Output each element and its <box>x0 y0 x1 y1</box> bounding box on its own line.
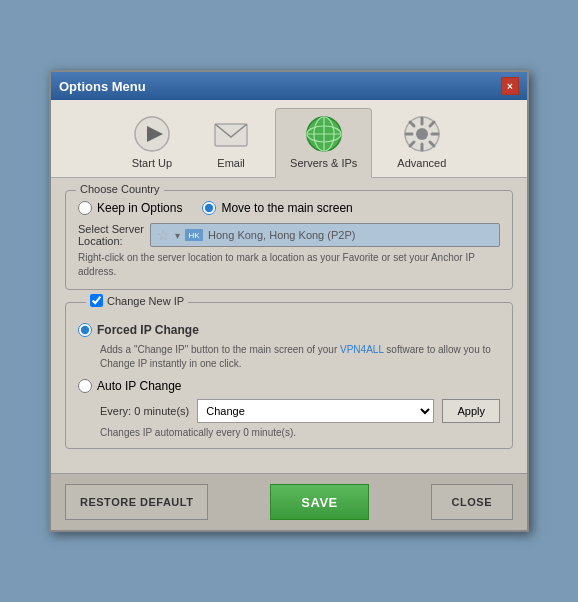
change-ip-group-label: Change New IP <box>86 294 188 307</box>
keep-radio-label: Keep in Options <box>97 201 182 215</box>
tab-email[interactable]: Email <box>197 108 265 177</box>
server-location-row: Select ServerLocation: ☆ ▾ HK Hong Kong,… <box>78 223 500 247</box>
forced-desc-part1: Adds a "Change IP" button to the main sc… <box>100 344 340 355</box>
server-hint: Right-click on the server location to ma… <box>78 251 500 279</box>
server-location-input[interactable]: ☆ ▾ HK Hong Kong, Hong Kong (P2P) <box>150 223 500 247</box>
choose-country-group: Choose Country Keep in Options Move to t… <box>65 190 513 290</box>
options-dialog: Options Menu × Start Up Email <box>49 70 529 532</box>
close-button[interactable]: CLOSE <box>431 484 513 520</box>
move-radio-input[interactable] <box>202 201 216 215</box>
auto-radio-input[interactable] <box>78 379 92 393</box>
content-area: Choose Country Keep in Options Move to t… <box>51 178 527 473</box>
flag-icon: HK <box>185 229 203 241</box>
window-close-button[interactable]: × <box>501 77 519 95</box>
tab-startup-label: Start Up <box>132 157 172 169</box>
tabs-bar: Start Up Email Se <box>51 100 527 178</box>
move-to-main-radio[interactable]: Move to the main screen <box>202 201 352 215</box>
change-ip-label: Change New IP <box>107 295 184 307</box>
forced-label: Forced IP Change <box>97 323 199 337</box>
dialog-title: Options Menu <box>59 79 146 94</box>
move-radio-label: Move to the main screen <box>221 201 352 215</box>
dropdown-arrow-icon: ▾ <box>175 230 180 241</box>
auto-label: Auto IP Change <box>97 379 182 393</box>
tab-servers-label: Servers & IPs <box>290 157 357 169</box>
bottom-bar: RESTORE DEFAULT SAVE CLOSE <box>51 473 527 530</box>
svg-point-9 <box>416 128 428 140</box>
change-dropdown[interactable]: Change Reconnect <box>197 399 434 423</box>
country-radio-row: Keep in Options Move to the main screen <box>78 201 500 215</box>
auto-row: Every: 0 minute(s) Change Reconnect Appl… <box>100 399 500 423</box>
change-ip-group: Change New IP Forced IP Change Adds a "C… <box>65 302 513 449</box>
servers-icon <box>305 115 343 153</box>
star-icon: ☆ <box>157 227 170 243</box>
tab-advanced-label: Advanced <box>397 157 446 169</box>
save-button[interactable]: SAVE <box>270 484 368 520</box>
server-location-label: Select ServerLocation: <box>78 223 144 247</box>
change-ip-checkbox[interactable] <box>90 294 103 307</box>
tab-startup[interactable]: Start Up <box>117 108 187 177</box>
server-location-text: Hong Kong, Hong Kong (P2P) <box>208 229 493 241</box>
tab-email-label: Email <box>217 157 245 169</box>
vpn-link[interactable]: VPN4ALL <box>340 344 384 355</box>
forced-description: Adds a "Change IP" button to the main sc… <box>100 343 500 371</box>
tab-servers[interactable]: Servers & IPs <box>275 108 372 178</box>
forced-radio-input[interactable] <box>78 323 92 337</box>
title-bar: Options Menu × <box>51 72 527 100</box>
forced-ip-option[interactable]: Forced IP Change <box>78 323 500 337</box>
keep-radio-input[interactable] <box>78 201 92 215</box>
startup-icon <box>133 115 171 153</box>
email-icon <box>212 115 250 153</box>
tab-advanced[interactable]: Advanced <box>382 108 461 177</box>
auto-changes-text: Changes IP automatically every 0 minute(… <box>100 427 500 438</box>
keep-in-options-radio[interactable]: Keep in Options <box>78 201 182 215</box>
auto-ip-option[interactable]: Auto IP Change <box>78 379 500 393</box>
restore-default-button[interactable]: RESTORE DEFAULT <box>65 484 208 520</box>
every-label: Every: 0 minute(s) <box>100 405 189 417</box>
advanced-icon <box>403 115 441 153</box>
choose-country-label: Choose Country <box>76 183 164 195</box>
change-ip-content: Forced IP Change Adds a "Change IP" butt… <box>78 323 500 438</box>
apply-button[interactable]: Apply <box>442 399 500 423</box>
